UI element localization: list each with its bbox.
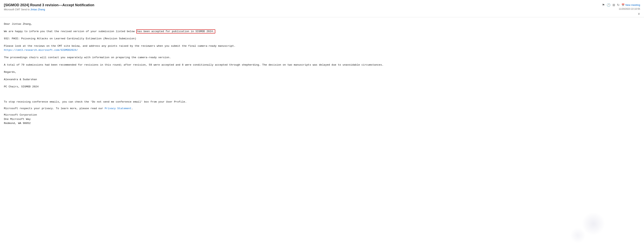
email-header: [SIGMOD 2024] Round 3 revision––Accept N…: [0, 0, 644, 17]
footer-line-2-before: Microsoft respects your privacy. To lear…: [4, 107, 104, 110]
privacy-statement-link[interactable]: Privacy Statement: [104, 107, 132, 110]
paragraph-1: We are happy to inform you that the revi…: [4, 29, 640, 34]
paragraph-1-before: We are happy to inform you that the revi…: [4, 30, 136, 33]
footer-line-1: To stop receiving conference emails, you…: [4, 100, 640, 104]
email-datetime: 11/20/2023 22:10:55: [619, 8, 640, 10]
clock-icon[interactable]: 🕐: [607, 3, 610, 7]
calendar-icon: 📅: [622, 4, 624, 7]
regards: Regards,: [4, 70, 640, 74]
email-sender: Microsoft CMT Send to Jintao Zhang: [4, 8, 602, 11]
signature: Regards, Alexandra & Sudarshan PC Chairs…: [4, 70, 640, 89]
company-info: Microsoft Corporation One Microsoft Way …: [4, 113, 640, 126]
new-meeting-button[interactable]: 📅 New meeting: [622, 4, 640, 7]
cmt-link[interactable]: https://cmt3.research.microsoft.com/SIGM…: [4, 49, 78, 52]
company-line-3: Redmond, WA 98052: [4, 122, 31, 125]
paragraph-4: A total of 79 submissions had been recom…: [4, 63, 640, 67]
email-container: [SIGMOD 2024] Round 3 revision––Accept N…: [0, 0, 644, 132]
company-line-1: Microsoft Corporation: [4, 113, 37, 116]
email-header-right: ⚑ 🕐 ⊞ ↻ 📅 New meeting 11/20/2023 22:10:5…: [602, 3, 640, 16]
paragraph-3: The proceedings chairs will contact you …: [4, 56, 640, 60]
collapse-button[interactable]: ∨: [638, 12, 640, 16]
grid-icon[interactable]: ⊞: [612, 3, 615, 7]
footer-line-2-after: .: [132, 107, 133, 110]
signature-line-2: PC Chairs, SIGMOD 2024: [4, 85, 640, 89]
footer-line-2: Microsoft respects your privacy. To lear…: [4, 106, 640, 111]
flag-icon[interactable]: ⚑: [602, 3, 605, 7]
footer-section: To stop receiving conference emails, you…: [4, 97, 640, 126]
paragraph-2: Please look at the reviews on the CMT si…: [4, 44, 640, 52]
paper-info: 932: PACE: Poisoning Attacks on Learned …: [4, 37, 640, 41]
email-toolbar: ⚑ 🕐 ⊞ ↻ 📅 New meeting: [602, 3, 640, 7]
greeting: Dear Jintao Zhang,: [4, 22, 640, 26]
email-header-left: [SIGMOD 2024] Round 3 revision––Accept N…: [4, 3, 602, 11]
sender-action: Send to: [21, 8, 30, 11]
recipient-link[interactable]: Jintao Zhang: [30, 8, 45, 11]
email-body: Dear Jintao Zhang, We are happy to infor…: [0, 17, 644, 132]
sender-name: Microsoft CMT: [4, 8, 20, 11]
highlight-accepted: has been accepted for publication in SIG…: [136, 29, 216, 34]
new-meeting-label: New meeting: [625, 4, 640, 7]
refresh-icon[interactable]: ↻: [617, 3, 620, 7]
company-line-2: One Microsoft Way: [4, 118, 31, 121]
signature-line-1: Alexandra & Sudarshan: [4, 77, 640, 82]
email-title: [SIGMOD 2024] Round 3 revision––Accept N…: [4, 3, 602, 7]
